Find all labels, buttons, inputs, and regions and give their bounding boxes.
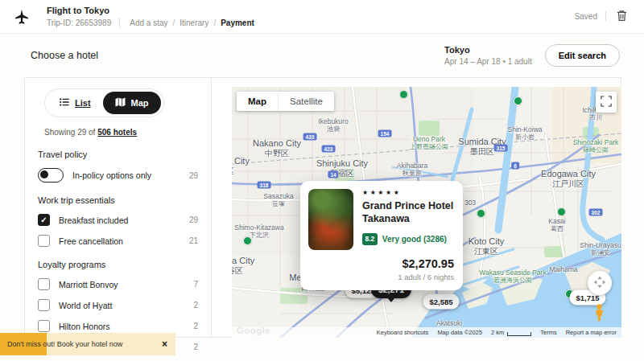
saved-status: Saved: [575, 12, 597, 21]
map-pan-control[interactable]: [588, 271, 612, 295]
free-cancellation-checkbox[interactable]: [38, 235, 50, 247]
map-view-label: Map: [131, 98, 149, 108]
map-type-map-button[interactable]: Map: [237, 92, 278, 111]
hyatt-filter-row: World of Hyatt 2: [38, 299, 198, 311]
filter-count: 7: [193, 280, 198, 289]
map-place-label: Suginami City杉並区: [232, 156, 250, 176]
airplane-icon: [14, 10, 35, 24]
list-icon: [60, 98, 69, 108]
breakfast-filter-row: Breakfast included 29: [38, 214, 198, 226]
map-type-satellite-button[interactable]: Satellite: [278, 92, 334, 111]
transit-marker-icon: [514, 96, 522, 105]
route-shield: 302: [589, 209, 603, 216]
report-map-error-link[interactable]: Report a map error: [566, 329, 617, 336]
hyatt-checkbox[interactable]: [38, 299, 50, 311]
map-place-label: Sasazuka笹塚: [263, 192, 293, 207]
loyalty-heading: Loyalty programs: [38, 260, 198, 269]
banner-close-button[interactable]: ×: [161, 338, 168, 350]
in-policy-toggle[interactable]: [38, 168, 64, 183]
edit-search-button[interactable]: Edit search: [545, 44, 620, 67]
marriott-filter-row: Marriott Bonvoy 7: [38, 278, 198, 290]
breadcrumb-separator: /: [213, 18, 216, 27]
trip-summary: Flight to Tokyo Trip-ID: 26653989 Add a …: [47, 6, 256, 28]
map-type-control: Map Satellite: [237, 92, 334, 111]
map-place-label: Wakasu Seaside Park若洲海浜公園: [479, 269, 546, 284]
divider: [119, 18, 120, 28]
list-view-button[interactable]: List: [47, 92, 103, 113]
in-policy-filter-row: In-policy options only 29: [38, 168, 198, 183]
travel-policy-heading: Travel policy: [38, 150, 198, 159]
map-place-label: Shinozaki Park篠崎公園: [573, 138, 619, 154]
hilton-checkbox[interactable]: [38, 320, 50, 332]
price-pin[interactable]: $2,585: [423, 294, 459, 310]
breadcrumb-add-a-stay[interactable]: Add a stay: [130, 18, 167, 27]
map-place-label: 303: [464, 199, 476, 207]
map-canvas[interactable]: Ikebukuro池袋Nakano City中野区Shinjuku City新宿…: [232, 87, 621, 338]
breadcrumb-payment: Payment: [221, 18, 254, 27]
map-place-label: Shinjuku City新宿区: [316, 158, 368, 178]
map-place-label: Kasai葛西: [548, 217, 565, 232]
route-shield: 154: [378, 130, 392, 137]
map-place-label: Akatsuki: [436, 319, 462, 327]
pan-arrows-icon: [590, 273, 609, 294]
trash-icon: [616, 10, 628, 24]
hotel-info-card[interactable]: ★★★★★ Grand Prince Hotel Takanawa 8.2 Ve…: [300, 181, 463, 290]
filter-count: 21: [189, 236, 198, 245]
filter-count: 2: [193, 343, 198, 351]
terms-link[interactable]: Terms: [540, 329, 556, 336]
page-header: Choose a hotel Tokyo Apr 14 – Apr 18 • 1…: [0, 34, 644, 77]
delete-trip-button[interactable]: [614, 8, 630, 26]
route-shield: 433: [303, 133, 317, 141]
search-summary: Tokyo Apr 14 – Apr 18 • 1 adult: [444, 45, 532, 66]
hotel-price: $2,270.95: [308, 257, 454, 270]
top-bar: Flight to Tokyo Trip-ID: 26653989 Add a …: [0, 0, 644, 34]
route-shield: 315: [494, 145, 508, 152]
hotel-occupancy: 1 adult / 6 nights: [308, 273, 454, 281]
breadcrumb-separator: /: [173, 18, 175, 27]
promo-banner: Don't miss out! Book your hotel now ×: [0, 333, 175, 355]
map-place-label: Shin-Koiwa新小岩: [508, 125, 543, 141]
filters-sidebar: List Map Showing 29 of 506 hotels Travel…: [25, 78, 212, 337]
hotels-count-link[interactable]: 506 hotels: [97, 128, 137, 137]
map-place-label: Maihama: [550, 265, 578, 273]
promo-banner-text: Don't miss out! Book your hotel now: [7, 340, 122, 348]
in-policy-label: In-policy options only: [72, 170, 151, 180]
hyatt-label: World of Hyatt: [59, 301, 112, 310]
fullscreen-button[interactable]: [596, 92, 617, 113]
map-icon: [115, 97, 126, 109]
filter-count: 29: [189, 171, 198, 180]
map-view-button[interactable]: Map: [103, 92, 161, 114]
hotel-stars: ★★★★★: [362, 189, 454, 196]
hilton-label: Hilton Honors: [59, 322, 110, 331]
marriott-checkbox[interactable]: [38, 278, 50, 290]
map-place-label: Akihabara秋葉原: [397, 162, 427, 177]
transit-marker-icon: [557, 207, 566, 216]
free-cancellation-filter-row: Free cancellation 21: [38, 235, 198, 247]
breadcrumb-itinerary[interactable]: Itinerary: [180, 18, 208, 27]
page-title: Choose a hotel: [31, 50, 98, 61]
map-data-label: Map data ©2025: [437, 329, 482, 336]
map-place-label: Koto City江東区: [469, 236, 505, 256]
view-toggle: List Map: [44, 88, 164, 117]
transit-marker-icon: [477, 209, 485, 218]
map-scale: 2 km: [491, 329, 531, 336]
hotel-photo: [308, 189, 353, 250]
divider: [605, 11, 606, 22]
route-shield: 318: [258, 182, 271, 189]
marriott-label: Marriott Bonvoy: [59, 280, 118, 289]
map-place-label: Ikebukuro池袋: [318, 117, 348, 133]
route-shield: 14: [328, 171, 338, 178]
rating-text: Very good (3286): [382, 235, 447, 244]
keyboard-shortcuts-link[interactable]: Keyboard shortcuts: [377, 329, 429, 336]
transit-marker-icon: [399, 90, 408, 99]
map-place-label: Shimo-Kitazawa下北沢: [234, 224, 283, 239]
filter-count: 2: [193, 322, 198, 330]
street-view-pegman-icon[interactable]: [594, 304, 605, 325]
transit-marker-icon: [243, 236, 252, 245]
filter-count: 29: [189, 215, 198, 224]
destination: Tokyo: [444, 45, 532, 55]
dates-occupancy: Apr 14 – Apr 18 • 1 adult: [444, 57, 532, 66]
list-view-label: List: [75, 98, 91, 108]
results-count: Showing 29 of 506 hotels: [44, 128, 198, 137]
breakfast-checkbox[interactable]: [38, 214, 50, 226]
